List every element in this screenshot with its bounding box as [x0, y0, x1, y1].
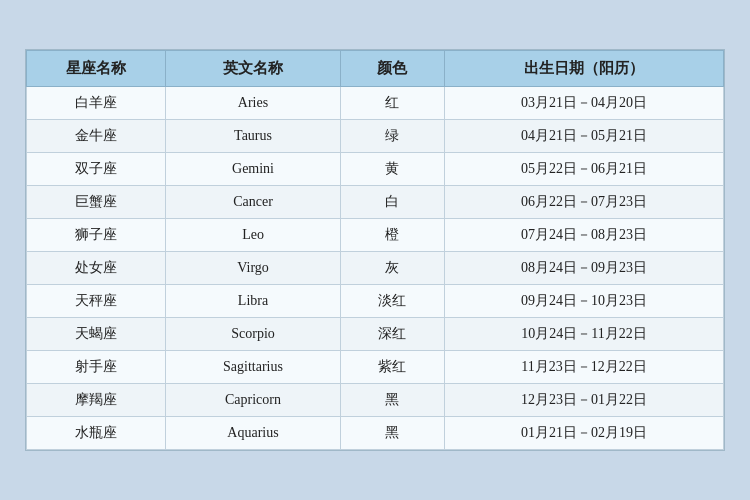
cell-english: Sagittarius: [166, 351, 340, 384]
cell-chinese: 双子座: [27, 153, 166, 186]
cell-color: 淡红: [340, 285, 445, 318]
cell-color: 黑: [340, 417, 445, 450]
cell-date: 05月22日－06月21日: [445, 153, 724, 186]
table-row: 天秤座Libra淡红09月24日－10月23日: [27, 285, 724, 318]
cell-date: 01月21日－02月19日: [445, 417, 724, 450]
cell-date: 06月22日－07月23日: [445, 186, 724, 219]
cell-date: 03月21日－04月20日: [445, 87, 724, 120]
zodiac-table-container: 星座名称 英文名称 颜色 出生日期（阳历） 白羊座Aries红03月21日－04…: [25, 49, 725, 451]
cell-chinese: 处女座: [27, 252, 166, 285]
cell-color: 红: [340, 87, 445, 120]
cell-color: 白: [340, 186, 445, 219]
cell-date: 08月24日－09月23日: [445, 252, 724, 285]
cell-color: 深红: [340, 318, 445, 351]
cell-color: 绿: [340, 120, 445, 153]
cell-chinese: 白羊座: [27, 87, 166, 120]
table-row: 狮子座Leo橙07月24日－08月23日: [27, 219, 724, 252]
header-color: 颜色: [340, 51, 445, 87]
cell-english: Virgo: [166, 252, 340, 285]
cell-chinese: 天蝎座: [27, 318, 166, 351]
table-row: 双子座Gemini黄05月22日－06月21日: [27, 153, 724, 186]
cell-english: Scorpio: [166, 318, 340, 351]
table-body: 白羊座Aries红03月21日－04月20日金牛座Taurus绿04月21日－0…: [27, 87, 724, 450]
cell-chinese: 射手座: [27, 351, 166, 384]
table-row: 摩羯座Capricorn黑12月23日－01月22日: [27, 384, 724, 417]
table-row: 白羊座Aries红03月21日－04月20日: [27, 87, 724, 120]
cell-date: 10月24日－11月22日: [445, 318, 724, 351]
cell-english: Aquarius: [166, 417, 340, 450]
cell-date: 12月23日－01月22日: [445, 384, 724, 417]
header-english: 英文名称: [166, 51, 340, 87]
table-row: 处女座Virgo灰08月24日－09月23日: [27, 252, 724, 285]
cell-english: Gemini: [166, 153, 340, 186]
cell-color: 灰: [340, 252, 445, 285]
table-row: 巨蟹座Cancer白06月22日－07月23日: [27, 186, 724, 219]
cell-date: 11月23日－12月22日: [445, 351, 724, 384]
cell-chinese: 巨蟹座: [27, 186, 166, 219]
header-chinese: 星座名称: [27, 51, 166, 87]
table-header-row: 星座名称 英文名称 颜色 出生日期（阳历）: [27, 51, 724, 87]
cell-english: Leo: [166, 219, 340, 252]
cell-chinese: 金牛座: [27, 120, 166, 153]
cell-english: Capricorn: [166, 384, 340, 417]
cell-english: Cancer: [166, 186, 340, 219]
header-date: 出生日期（阳历）: [445, 51, 724, 87]
table-row: 天蝎座Scorpio深红10月24日－11月22日: [27, 318, 724, 351]
cell-color: 橙: [340, 219, 445, 252]
table-row: 金牛座Taurus绿04月21日－05月21日: [27, 120, 724, 153]
cell-chinese: 狮子座: [27, 219, 166, 252]
table-row: 射手座Sagittarius紫红11月23日－12月22日: [27, 351, 724, 384]
cell-color: 黄: [340, 153, 445, 186]
cell-date: 04月21日－05月21日: [445, 120, 724, 153]
cell-date: 09月24日－10月23日: [445, 285, 724, 318]
cell-color: 黑: [340, 384, 445, 417]
cell-english: Aries: [166, 87, 340, 120]
table-row: 水瓶座Aquarius黑01月21日－02月19日: [27, 417, 724, 450]
cell-chinese: 天秤座: [27, 285, 166, 318]
cell-english: Libra: [166, 285, 340, 318]
cell-english: Taurus: [166, 120, 340, 153]
cell-chinese: 水瓶座: [27, 417, 166, 450]
zodiac-table: 星座名称 英文名称 颜色 出生日期（阳历） 白羊座Aries红03月21日－04…: [26, 50, 724, 450]
cell-color: 紫红: [340, 351, 445, 384]
cell-chinese: 摩羯座: [27, 384, 166, 417]
cell-date: 07月24日－08月23日: [445, 219, 724, 252]
